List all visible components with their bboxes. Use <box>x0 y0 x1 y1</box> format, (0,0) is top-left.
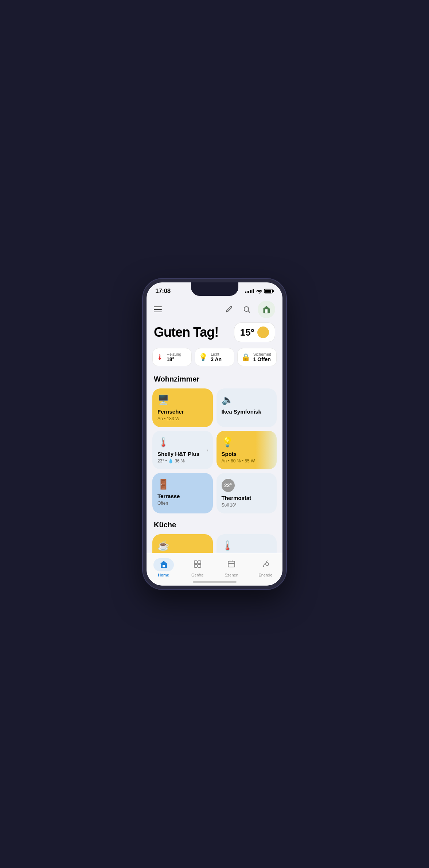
nav-geraete-icon-wrap <box>187 558 208 571</box>
licht-icon: 💡 <box>199 353 208 361</box>
greeting-text: Guten Tag! <box>154 325 218 340</box>
nav-geraete-label: Geräte <box>191 573 204 577</box>
sicherheit-icon: 🔒 <box>241 353 250 361</box>
phone-frame: 17:08 <box>143 279 286 589</box>
nav-energie-label: Energie <box>258 573 272 577</box>
fernseher-icon: 🖥️ <box>157 394 208 406</box>
nav-home-label: Home <box>158 573 169 577</box>
scroll-content[interactable]: Guten Tag! 15° 🌡 Heizung 18° 💡 <box>147 298 282 568</box>
svg-rect-2 <box>265 290 271 293</box>
terrasse-name: Terrasse <box>157 493 208 500</box>
nav-szenen[interactable]: Szenen <box>215 557 249 577</box>
spots-card[interactable]: 💡 Spots An • 60 % • 55 W <box>217 431 277 469</box>
menu-button[interactable] <box>154 306 162 312</box>
wohnzimmer-title: Wohnzimmer <box>147 374 282 388</box>
nav-geraete[interactable]: Geräte <box>180 557 214 577</box>
sicherheit-card[interactable]: 🔒 Sicherheit 1 Offen <box>237 348 277 366</box>
licht-value: 3 An <box>211 356 222 362</box>
battery-icon <box>264 289 274 294</box>
svg-rect-1 <box>273 290 274 292</box>
spots-status: An • 60 % • 55 W <box>222 458 272 464</box>
kaffeemaschine-icon: ☕ <box>157 540 208 551</box>
spots-name: Spots <box>222 451 272 457</box>
ikea-name: Ikea Symfonisk <box>222 408 272 415</box>
notch <box>191 282 238 296</box>
header-left <box>154 306 162 312</box>
shelly-ht-plus-chevron: › <box>207 447 208 453</box>
thermostat-name: Thermostat <box>222 495 272 501</box>
shelly-ht-icon: 🌡️ <box>222 540 272 551</box>
heizung-label: Heizung <box>167 352 181 356</box>
nav-energie[interactable]: Energie <box>249 557 282 577</box>
licht-card[interactable]: 💡 Licht 3 An <box>195 348 234 366</box>
header-right <box>223 301 275 318</box>
nav-energie-icon-wrap <box>255 558 276 571</box>
edit-button[interactable] <box>223 303 236 316</box>
thermostat-status: Soll 18° <box>222 503 272 508</box>
heizung-text: Heizung 18° <box>167 352 181 362</box>
nav-szenen-icon-wrap <box>221 558 242 571</box>
sicherheit-label: Sicherheit <box>253 352 271 356</box>
home-profile-button[interactable] <box>258 301 275 318</box>
nav-home-icon-wrap <box>153 558 174 571</box>
fernseher-card[interactable]: 🖥️ Fernseher An • 183 W <box>152 388 213 427</box>
heizung-value: 18° <box>167 356 181 362</box>
licht-text: Licht 3 An <box>211 352 222 362</box>
summary-cards: 🌡 Heizung 18° 💡 Licht 3 An 🔒 <box>147 348 282 374</box>
fernseher-status: An • 183 W <box>157 416 208 421</box>
heizung-card[interactable]: 🌡 Heizung 18° <box>152 348 192 366</box>
shelly-ht-plus-card[interactable]: 🌡️ Shelly H&T Plus 23° • 💧 36 % › <box>152 431 213 469</box>
svg-rect-6 <box>198 561 201 564</box>
sicherheit-value: 1 Offen <box>253 356 271 362</box>
fernseher-name: Fernseher <box>157 408 208 415</box>
energie-nav-icon <box>261 560 270 568</box>
search-button[interactable] <box>240 303 253 316</box>
phone-screen: 17:08 <box>147 282 282 586</box>
terrasse-icon: 🚪 <box>157 479 208 490</box>
kueche-title: Küche <box>147 519 282 534</box>
sun-icon <box>257 327 269 338</box>
status-time: 17:08 <box>155 288 171 295</box>
greeting-section: Guten Tag! 15° <box>147 322 282 348</box>
terrasse-card[interactable]: 🚪 Terrasse Offen <box>152 473 213 513</box>
weather-temp: 15° <box>240 327 254 338</box>
sicherheit-text: Sicherheit 1 Offen <box>253 352 271 362</box>
svg-rect-7 <box>198 564 201 567</box>
svg-rect-4 <box>194 561 197 564</box>
terrasse-status: Offen <box>157 501 208 506</box>
licht-label: Licht <box>211 352 222 356</box>
thermostat-badge: 22° <box>222 479 235 492</box>
nav-szenen-label: Szenen <box>225 573 238 577</box>
ikea-symfonisk-card[interactable]: 🔈 Ikea Symfonisk <box>217 388 277 427</box>
home-nav-icon <box>159 560 168 568</box>
status-icons <box>245 289 274 294</box>
nav-home[interactable]: Home <box>147 557 180 577</box>
header-bar <box>147 298 282 322</box>
heizung-icon: 🌡 <box>156 353 164 361</box>
thermostat-card[interactable]: 22° Thermostat Soll 18° <box>217 473 277 513</box>
home-indicator <box>193 581 237 583</box>
geraete-nav-icon <box>193 560 202 568</box>
wifi-icon <box>256 289 262 294</box>
signal-icon <box>245 289 254 293</box>
wohnzimmer-grid: 🖥️ Fernseher An • 183 W 🔈 Ikea Symfonisk… <box>147 388 282 519</box>
svg-rect-5 <box>194 564 197 567</box>
ikea-icon: 🔈 <box>222 394 272 406</box>
bottom-nav: Home Geräte <box>147 553 282 586</box>
shelly-ht-plus-status: 23° • 💧 36 % <box>157 458 208 464</box>
shelly-ht-plus-icon: 🌡️ <box>157 437 208 448</box>
szenen-nav-icon <box>227 560 236 568</box>
weather-badge[interactable]: 15° <box>234 322 275 342</box>
svg-rect-8 <box>228 561 235 567</box>
shelly-ht-plus-name: Shelly H&T Plus <box>157 451 208 457</box>
spots-icon: 💡 <box>222 437 272 448</box>
